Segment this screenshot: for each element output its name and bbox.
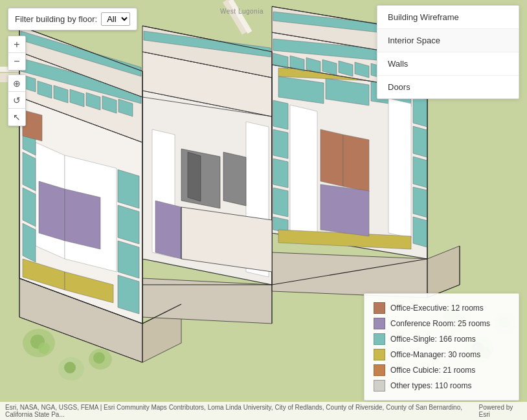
layer-item-interior-space[interactable]: Interior Space (377, 29, 519, 52)
legend-item-office-single: Office-Single: 166 rooms (374, 331, 510, 347)
filter-control: Filter building by floor: All123 (8, 8, 137, 30)
legend-swatch-office-cubicle (374, 364, 385, 376)
svg-marker-79 (320, 184, 369, 236)
zoom-out-button[interactable]: − (8, 53, 25, 70)
layer-item-doors[interactable]: Doors (377, 76, 519, 98)
legend-panel: Office-Executive: 12 rooms Conference Ro… (364, 293, 519, 401)
svg-marker-41 (23, 188, 36, 227)
legend-swatch-office-executive (374, 302, 385, 314)
compass-button[interactable]: ⊕ (8, 75, 25, 92)
svg-marker-69 (273, 129, 288, 159)
cursor-button[interactable]: ↖ (8, 109, 25, 126)
legend-item-office-manager: Office-Manager: 30 rooms (374, 347, 510, 362)
road-label: West Lugonia (220, 8, 264, 15)
floor-filter-select[interactable]: All123 (101, 12, 130, 26)
svg-marker-65 (413, 157, 427, 188)
svg-marker-70 (273, 159, 288, 188)
svg-marker-73 (290, 105, 317, 238)
layer-item-walls[interactable]: Walls (377, 52, 519, 76)
svg-marker-71 (273, 188, 288, 217)
legend-item-office-executive: Office-Executive: 12 rooms (374, 300, 510, 316)
svg-marker-64 (413, 126, 427, 157)
layer-item-building-wireframe[interactable]: Building Wireframe (377, 6, 519, 29)
nav-controls: ⊕ ↺ ↖ (8, 74, 26, 126)
svg-marker-50 (65, 189, 100, 249)
svg-marker-67 (413, 217, 427, 247)
legend-swatch-other-types (374, 380, 385, 392)
svg-point-25 (64, 362, 76, 373)
legend-swatch-conference-room (374, 318, 385, 329)
rotate-button[interactable]: ↺ (8, 92, 25, 109)
svg-marker-45 (118, 241, 139, 278)
zoom-in-button[interactable]: + (8, 36, 25, 53)
svg-marker-40 (23, 152, 36, 191)
attribution-powered-by: Powered by Esri (478, 404, 522, 418)
svg-marker-43 (118, 170, 139, 208)
svg-marker-66 (413, 187, 427, 217)
attribution-text: Esri, NASA, NGA, USGS, FEMA | Esri Commu… (5, 404, 478, 418)
zoom-controls: + − (8, 36, 26, 71)
svg-marker-78 (343, 135, 369, 192)
layer-panel: Building Wireframe Interior Space Walls … (377, 5, 519, 99)
legend-item-office-cubicle: Office Cubicle: 21 rooms (374, 362, 510, 378)
svg-marker-46 (118, 275, 139, 314)
svg-marker-30 (272, 252, 427, 298)
legend-swatch-office-manager (374, 349, 385, 360)
svg-point-24 (38, 342, 50, 354)
svg-marker-63 (413, 96, 427, 127)
svg-marker-74 (388, 98, 411, 238)
svg-marker-56 (188, 152, 201, 201)
svg-marker-49 (39, 181, 65, 241)
map-container[interactable]: West Lugonia Filter building by floor: A… (0, 0, 527, 420)
svg-marker-42 (23, 223, 36, 262)
attribution-bar: Esri, NASA, NGA, USGS, FEMA | Esri Commu… (0, 402, 527, 420)
legend-item-conference-room: Conference Room: 25 rooms (374, 316, 510, 331)
svg-marker-44 (118, 205, 139, 244)
svg-point-26 (93, 352, 105, 364)
filter-label: Filter building by floor: (15, 14, 97, 24)
svg-marker-68 (273, 100, 288, 129)
svg-marker-58 (155, 201, 181, 259)
legend-item-other-types: Other types: 110 rooms (374, 378, 510, 393)
legend-swatch-office-single (374, 333, 385, 345)
svg-marker-57 (223, 152, 246, 206)
svg-marker-77 (320, 129, 343, 186)
